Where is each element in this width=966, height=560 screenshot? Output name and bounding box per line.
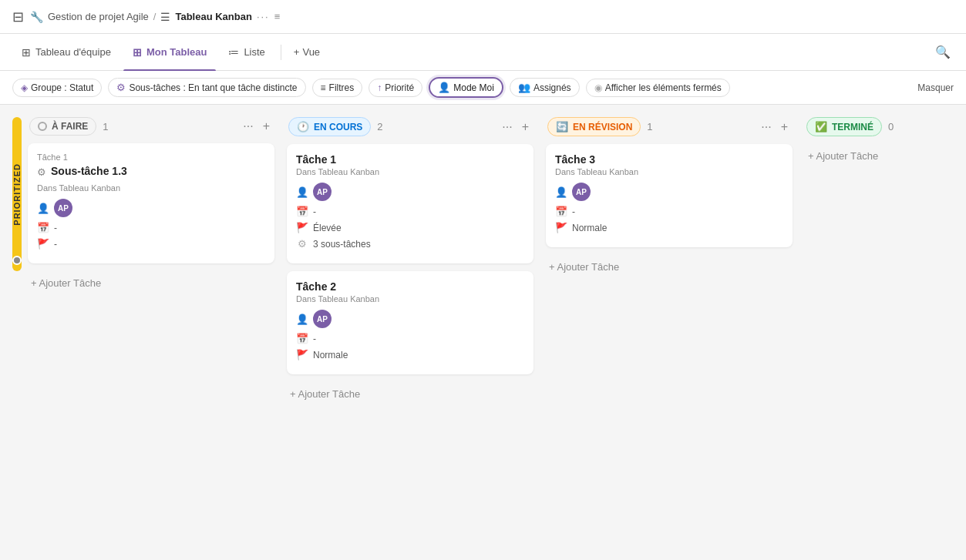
card-sous-tache-1-3[interactable]: Tâche 1 ⚙ Sous-tâche 1.3 Dans Tableau Ka… (28, 143, 274, 263)
card-tache-2[interactable]: Tâche 2 Dans Tableau Kanban 👤 AP 📅 - 🚩 N… (287, 271, 533, 374)
subtask-filter-chip[interactable]: ⚙ Sous-tâches : En tant que tâche distin… (108, 78, 305, 97)
termine-label: TERMINÉ (832, 122, 873, 132)
card-assignee-row: 👤 AP (37, 199, 265, 217)
card-title: Sous-tâche 1.3 (51, 165, 127, 177)
sidebar-toggle[interactable]: ⊟ (12, 8, 24, 25)
tab-my-board[interactable]: ⊞ Mon Tableau (123, 40, 216, 65)
board-title[interactable]: Tableau Kanban (175, 11, 251, 22)
column-header-a-faire: À FAIRE 1 ··· + (28, 117, 274, 136)
card-subtitle-t2: Dans Tableau Kanban (296, 294, 524, 303)
add-task-button-col2[interactable]: + Ajouter Tâche (287, 382, 533, 406)
card-assignee-row-t3: 👤 AP (555, 183, 783, 201)
filters-icon: ≡ (321, 82, 326, 93)
tab-list[interactable]: ≔ Liste (219, 40, 274, 65)
column-termine: ✅ TERMINÉ 0 ··· + + Ajouter Tâche (805, 117, 966, 168)
tab-list-label: Liste (244, 46, 264, 58)
group-filter-chip[interactable]: ◈ Groupe : Statut (12, 79, 102, 97)
board-icon: ☰ (160, 11, 170, 23)
status-badge-en-revision: 🔄 EN RÉVISION (547, 117, 641, 136)
column-header-en-revision: 🔄 EN RÉVISION 1 ··· + (546, 117, 793, 136)
card-priority-t3: Normale (572, 223, 607, 233)
kanban-board: PRIORITIZED À FAIRE 1 ··· + Tâche 1 ⚙ So… (0, 105, 966, 557)
show-closed-label: Afficher les éléments fermés (605, 82, 722, 93)
card-date: - (54, 223, 57, 233)
status-badge-termine: ✅ TERMINÉ (806, 117, 882, 136)
card-subtitle-t3: Dans Tableau Kanban (555, 167, 783, 176)
mode-moi-label: Mode Moi (453, 82, 494, 93)
card-title-t2: Tâche 2 (296, 280, 524, 293)
card-priority-row-t1: 🚩 Élevée (296, 222, 524, 233)
filters-chip[interactable]: ≡ Filtres (312, 79, 363, 97)
prioritized-banner[interactable]: PRIORITIZED (12, 117, 22, 271)
tab-team-icon: ⊞ (22, 46, 31, 59)
flag-icon-t2: 🚩 (296, 349, 308, 360)
en-cours-more-btn[interactable]: ··· (499, 119, 515, 136)
a-faire-add-btn[interactable]: + (260, 118, 273, 135)
card-priority: - (54, 239, 57, 250)
avatar-t3: AP (572, 183, 591, 201)
en-revision-more-btn[interactable]: ··· (758, 119, 774, 136)
more-options-icon[interactable]: ··· (257, 11, 270, 22)
search-icon[interactable]: 🔍 (932, 42, 954, 62)
status-badge-a-faire: À FAIRE (29, 117, 96, 136)
tab-team-board[interactable]: ⊞ Tableau d'équipe (12, 40, 120, 65)
avatar: AP (54, 199, 72, 217)
card-priority-row: 🚩 - (37, 238, 265, 250)
add-view-button[interactable]: + Vue (288, 43, 326, 61)
date-icon-t3: 📅 (555, 206, 567, 217)
card-subtitle: Dans Tableau Kanban (37, 183, 265, 193)
column-header-termine: ✅ TERMINÉ 0 ··· + (805, 117, 966, 136)
add-view-icon: + (294, 46, 300, 58)
add-task-button-col1[interactable]: + Ajouter Tâche (28, 271, 274, 295)
masquer-button[interactable]: Masquer (917, 82, 954, 93)
card-date-row-t3: 📅 - (555, 206, 783, 217)
project-name[interactable]: Gestion de projet Agile (48, 11, 149, 22)
show-closed-chip[interactable]: ◉ Afficher les éléments fermés (586, 79, 730, 97)
en-revision-count: 1 (647, 121, 652, 132)
tab-team-label: Tableau d'équipe (35, 46, 111, 58)
en-revision-label: EN RÉVISION (573, 122, 632, 132)
show-closed-icon: ◉ (594, 82, 602, 93)
status-badge-en-cours: 🕐 EN COURS (288, 117, 371, 136)
card-tache-1[interactable]: Tâche 1 Dans Tableau Kanban 👤 AP 📅 - 🚩 É… (287, 144, 533, 263)
add-task-button-col3[interactable]: + Ajouter Tâche (546, 255, 793, 279)
subtask-filter-label: Sous-tâches : En tant que tâche distinct… (129, 82, 297, 93)
card-date-t2: - (313, 334, 316, 344)
en-cours-add-btn[interactable]: + (519, 119, 532, 136)
card-tache-3[interactable]: Tâche 3 Dans Tableau Kanban 👤 AP 📅 - 🚩 N… (546, 144, 793, 247)
card-subtitle-t1: Dans Tableau Kanban (296, 167, 524, 176)
mode-moi-icon: 👤 (438, 82, 450, 93)
column-a-faire: À FAIRE 1 ··· + Tâche 1 ⚙ Sous-tâche 1.3… (28, 117, 274, 295)
termine-icon: ✅ (815, 121, 827, 132)
flag-icon-t1: 🚩 (296, 222, 308, 233)
add-task-button-col4[interactable]: + Ajouter Tâche (805, 144, 966, 168)
card-assignee-row-t1: 👤 AP (296, 183, 524, 201)
subtask-filter-icon: ⚙ (116, 82, 126, 93)
card-priority-row-t2: 🚩 Normale (296, 349, 524, 360)
card-subtasks-row-t1: ⚙ 3 sous-tâches (296, 238, 524, 250)
card-parent-label: Tâche 1 (37, 153, 265, 162)
tab-list-icon: ≔ (228, 46, 239, 59)
mode-moi-chip[interactable]: 👤 Mode Moi (429, 77, 503, 98)
group-filter-label: Groupe : Statut (31, 82, 93, 93)
avatar-t2: AP (313, 310, 332, 328)
group-filter-icon: ◈ (21, 82, 28, 93)
priority-icon: ↑ (377, 82, 382, 93)
flag-icon-t3: 🚩 (555, 222, 567, 233)
en-cours-count: 2 (377, 121, 382, 132)
assignes-chip[interactable]: 👥 Assignés (510, 78, 580, 97)
breadcrumb-separator: / (153, 11, 157, 22)
priority-chip[interactable]: ↑ Priorité (369, 79, 422, 97)
a-faire-more-btn[interactable]: ··· (240, 118, 256, 135)
column-en-revision: 🔄 EN RÉVISION 1 ··· + Tâche 3 Dans Table… (546, 117, 793, 279)
assignee-icon-t1: 👤 (296, 186, 308, 198)
lines-icon[interactable]: ≡ (274, 11, 281, 22)
card-title-row: ⚙ Sous-tâche 1.3 (37, 165, 265, 179)
column-header-en-cours: 🕐 EN COURS 2 ··· + (287, 117, 533, 136)
card-date-t3: - (572, 206, 575, 217)
en-revision-add-btn[interactable]: + (778, 119, 791, 136)
en-cours-icon: 🕐 (297, 121, 309, 132)
card-priority-row-t3: 🚩 Normale (555, 222, 783, 233)
tab-divider (281, 45, 281, 60)
assignee-icon-t2: 👤 (296, 314, 308, 325)
